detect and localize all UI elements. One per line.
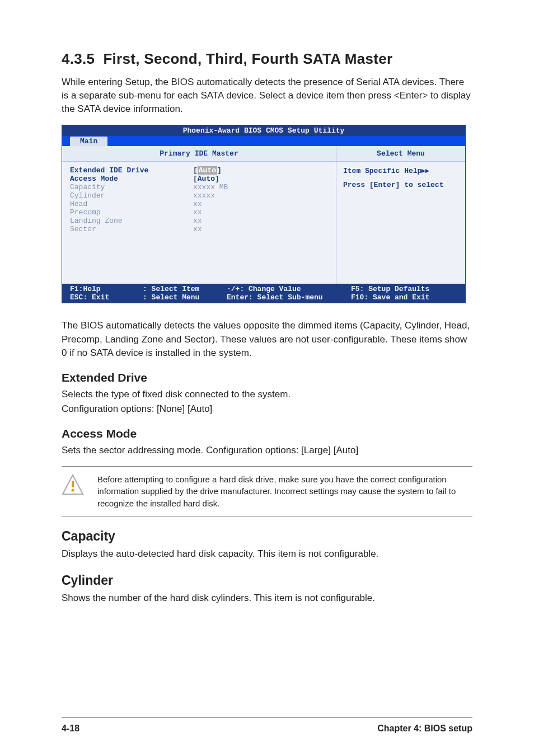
footer-select-menu: : Select Menu [143, 293, 227, 302]
section-intro: While entering Setup, the BIOS automatic… [62, 76, 472, 116]
bios-row: Extended IDE Drive[Auto] [70, 166, 328, 175]
bios-row-value: xxxxx MB [193, 183, 228, 191]
extended-drive-heading: Extended Drive [62, 371, 472, 384]
bios-row-value: xx [193, 217, 202, 225]
extended-drive-line2: Configuration options: [None] [Auto] [62, 402, 472, 416]
bios-left-header: Primary IDE Master [62, 146, 336, 162]
bios-right-header: Select Menu [336, 146, 465, 162]
bios-row-value: [Auto] [193, 175, 219, 183]
bios-row-label: Sector [70, 225, 193, 233]
footer-select-item: : Select Item [143, 285, 227, 293]
bios-help-line1: Item Specific Help [343, 167, 421, 175]
page-footer: 4-18 Chapter 4: BIOS setup [62, 717, 472, 734]
section-title-text: First, Second, Third, Fourth SATA Master [103, 50, 392, 67]
footer-enter: Enter: Select Sub-menu [227, 293, 351, 302]
svg-point-2 [72, 489, 74, 492]
footer-f10: F10: Save and Exit [351, 293, 457, 302]
bios-row-label: Landing Zone [70, 217, 193, 225]
after-bios-text: The BIOS automatically detects the value… [62, 319, 472, 359]
bios-row-label: Capacity [70, 183, 193, 191]
bios-tab-main: Main [70, 137, 107, 146]
bios-row-label: Extended IDE Drive [70, 166, 193, 175]
bios-rows: Extended IDE Drive[Auto]Access Mode[Auto… [62, 162, 336, 284]
footer-f1: F1:Help [70, 285, 143, 293]
bios-row-value: xxxxx [193, 191, 215, 200]
svg-rect-1 [72, 481, 74, 487]
bios-row-value: xx [193, 200, 202, 208]
cylinder-heading: Cylinder [62, 573, 472, 588]
bios-row-value: [Auto] [193, 166, 222, 175]
cylinder-text: Shows the number of the hard disk cylind… [62, 591, 472, 605]
bios-row: Sector xx [70, 225, 328, 233]
footer-f5: F5: Setup Defaults [351, 285, 457, 293]
chapter-label: Chapter 4: BIOS setup [377, 724, 472, 734]
footer-esc: ESC: Exit [70, 293, 143, 302]
bios-help-pane: Item Specific Help▸▸ Press [Enter] to se… [336, 162, 465, 194]
warning-note: Before attempting to configure a hard di… [62, 466, 472, 516]
page-number: 4-18 [62, 724, 79, 734]
bios-row: Precomp xx [70, 208, 328, 217]
bios-row-label: Head [70, 200, 193, 208]
bios-row-label: Cylinder [70, 191, 193, 200]
bios-row: Cylinderxxxxx [70, 191, 328, 200]
help-arrows-icon: ▸▸ [421, 166, 429, 175]
warning-icon [62, 473, 84, 509]
bios-tab-row: Main [62, 136, 465, 146]
footer-change-value: -/+: Change Value [227, 285, 351, 293]
bios-utility-title: Phoenix-Award BIOS CMOS Setup Utility [62, 125, 465, 136]
extended-drive-line1: Selects the type of fixed disk connected… [62, 388, 472, 401]
bios-footer: F1:Help ESC: Exit : Select Item : Select… [62, 284, 465, 303]
capacity-heading: Capacity [62, 529, 472, 544]
bios-screenshot: Phoenix-Award BIOS CMOS Setup Utility Ma… [62, 125, 466, 303]
bios-row: Head xx [70, 200, 328, 208]
section-heading: 4.3.5 First, Second, Third, Fourth SATA … [62, 50, 472, 68]
bios-row-value: xx [193, 208, 202, 217]
bios-row: Capacityxxxxx MB [70, 183, 328, 191]
capacity-text: Displays the auto-detected hard disk cap… [62, 547, 472, 561]
section-number: 4.3.5 [62, 50, 95, 67]
warning-text: Before attempting to configure a hard di… [97, 473, 472, 509]
bios-row: Access Mode[Auto] [70, 175, 328, 183]
access-mode-heading: Access Mode [62, 427, 472, 440]
bios-row: Landing Zone xx [70, 217, 328, 225]
bios-row-label: Access Mode [70, 175, 193, 183]
bios-row-label: Precomp [70, 208, 193, 217]
bios-help-line2: Press [Enter] to select [343, 181, 458, 189]
access-mode-text: Sets the sector addressing mode. Configu… [62, 444, 472, 457]
bios-row-value: xx [193, 225, 202, 233]
